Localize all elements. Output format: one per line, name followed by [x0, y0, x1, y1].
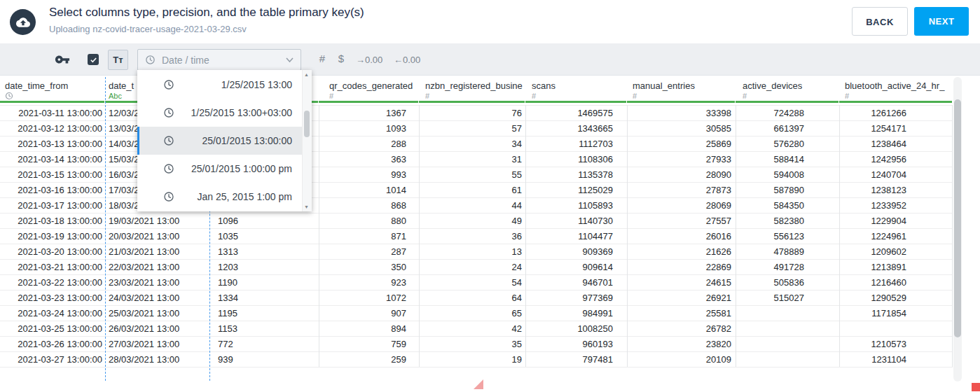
- table-cell: 54: [419, 275, 525, 290]
- table-cell: 23/03/2021 13:00: [105, 275, 209, 290]
- table-cell: 65: [419, 306, 525, 321]
- table-cell: 984991: [525, 306, 627, 321]
- table-cell: 759: [319, 337, 419, 351]
- table-cell: 287: [319, 244, 419, 259]
- datetime-format-select[interactable]: Date / time: [137, 49, 301, 71]
- back-button[interactable]: BACK: [852, 7, 908, 36]
- table-cell: 868: [319, 198, 419, 213]
- column-gridline: [839, 105, 840, 367]
- table-cell: 2021-03-13 13:00:00: [0, 136, 105, 151]
- currency-type-button[interactable]: $: [334, 52, 348, 64]
- column-header-nzbn-registered[interactable]: nzbn_registered_busine #: [419, 76, 525, 105]
- column-header-bluetooth-active[interactable]: bluetooth_active_24_hr_ #: [839, 76, 953, 105]
- table-cell: 724288: [736, 106, 839, 120]
- table-cell: 33398: [627, 106, 736, 120]
- menu-scrollbar[interactable]: ▲ ▼: [302, 70, 312, 211]
- format-option[interactable]: 1/25/2015 13:00: [137, 71, 312, 99]
- table-cell: 19: [419, 352, 525, 367]
- table-cell: 491728: [736, 260, 839, 274]
- numeric-type-button[interactable]: #: [315, 52, 329, 64]
- table-cell: 1210573: [839, 337, 953, 351]
- table-cell: 1261266: [839, 106, 953, 120]
- table-cell: 28069: [627, 198, 736, 213]
- table-cell: 2021-03-25 13:00:00: [0, 321, 105, 336]
- column-label: nzbn_registered_busine: [425, 80, 525, 91]
- table-cell: 2021-03-16 13:00:00: [0, 183, 105, 197]
- table-cell: 2021-03-23 13:00:00: [0, 290, 105, 305]
- add-decimal-button[interactable]: →0.00: [356, 55, 382, 65]
- next-button[interactable]: NEXT: [914, 7, 969, 36]
- check-icon: [90, 56, 97, 64]
- scroll-down-arrow[interactable]: ▼: [304, 204, 309, 209]
- format-option-label: 25/01/2015 13:00:00: [202, 135, 292, 146]
- number-type-icon: #: [743, 92, 839, 100]
- table-cell: 2021-03-14 13:00:00: [0, 152, 105, 167]
- table-row: 2021-03-24 13:00:0025/03/2021 13:0011959…: [0, 306, 953, 321]
- table-cell: 2021-03-19 13:00:00: [0, 229, 105, 244]
- format-option[interactable]: 1/25/2015 13:00+03:00: [137, 99, 312, 127]
- table-cell: 24615: [627, 275, 736, 290]
- format-option[interactable]: 25/01/2015 1:00:00 pm: [137, 155, 312, 183]
- table-cell: 587890: [736, 183, 839, 197]
- column-header-date-time-from[interactable]: date_time_from: [0, 76, 105, 105]
- column-header-manual-entries[interactable]: manual_entries #: [627, 76, 736, 105]
- table-cell: 584350: [736, 198, 839, 213]
- clock-icon: [145, 55, 156, 65]
- table-cell: 1153: [209, 321, 319, 336]
- table-cell: 2021-03-26 13:00:00: [0, 337, 105, 351]
- table-cell: 1343665: [525, 121, 627, 136]
- table-cell: 1231104: [839, 352, 953, 367]
- table-cell: [736, 321, 839, 336]
- column-header-qr-codes-generated[interactable]: qr_codes_generated #: [319, 76, 419, 105]
- table-cell: 31: [419, 152, 525, 167]
- table-cell: 1209602: [839, 244, 953, 259]
- table-cell: 582380: [736, 214, 839, 228]
- clock-icon: [163, 191, 174, 202]
- table-cell: 1224961: [839, 229, 953, 244]
- select-value: Date / time: [162, 55, 209, 66]
- table-cell: 2021-03-18 13:00:00: [0, 214, 105, 228]
- table-cell: 22869: [627, 260, 736, 274]
- format-option[interactable]: Jan 25, 2015 1:00 pm: [137, 183, 312, 211]
- toolbar-checkbox[interactable]: [88, 54, 99, 65]
- table-cell: 27557: [627, 214, 736, 228]
- table-cell: 1096: [209, 214, 319, 228]
- table-cell: 363: [319, 152, 419, 167]
- column-gridline: [419, 105, 420, 367]
- table-cell: 939: [209, 352, 319, 367]
- primary-key-button[interactable]: [55, 52, 70, 67]
- table-cell: 1014: [319, 183, 419, 197]
- table-cell: 1216460: [839, 275, 953, 290]
- column-valid-bar: [736, 101, 838, 103]
- text-type-button[interactable]: Tт: [108, 50, 128, 70]
- header-bar: Select columns type, precision, and the …: [0, 0, 980, 43]
- table-cell: 30585: [627, 121, 736, 136]
- clock-type-icon: [5, 92, 105, 102]
- table-cell: 923: [319, 275, 419, 290]
- table-cell: 894: [319, 321, 419, 336]
- table-cell: 1035: [209, 229, 319, 244]
- table-cell: 259: [319, 352, 419, 367]
- scroll-up-arrow[interactable]: ▲: [304, 72, 309, 77]
- table-cell: 28090: [627, 167, 736, 182]
- table-cell: 1233952: [839, 198, 953, 213]
- table-cell: 26/03/2021 13:00: [105, 321, 209, 336]
- remove-decimal-button[interactable]: ←0.00: [394, 55, 420, 65]
- column-header-scans[interactable]: scans #: [525, 76, 627, 105]
- table-cell: 1140730: [525, 214, 627, 228]
- vertical-scrollbar-thumb[interactable]: [954, 99, 961, 337]
- table-row: 2021-03-19 13:00:0020/03/2021 13:0010358…: [0, 229, 953, 244]
- menu-scroll-thumb[interactable]: [304, 111, 310, 137]
- table-cell: 1213891: [839, 260, 953, 274]
- column-gridline: [319, 105, 319, 367]
- table-cell: 1229904: [839, 214, 953, 228]
- column-valid-bar: [839, 101, 952, 103]
- table-cell: 909369: [525, 244, 627, 259]
- table-cell: 20/03/2021 13:00: [105, 229, 209, 244]
- chevron-down-icon: [286, 57, 294, 63]
- column-header-active-devices[interactable]: active_devices #: [736, 76, 839, 105]
- table-cell: 797481: [525, 352, 627, 367]
- table-cell: 1104477: [525, 229, 627, 244]
- format-option[interactable]: 25/01/2015 13:00:00: [137, 127, 312, 155]
- table-cell: 28/03/2021 13:00: [105, 352, 209, 367]
